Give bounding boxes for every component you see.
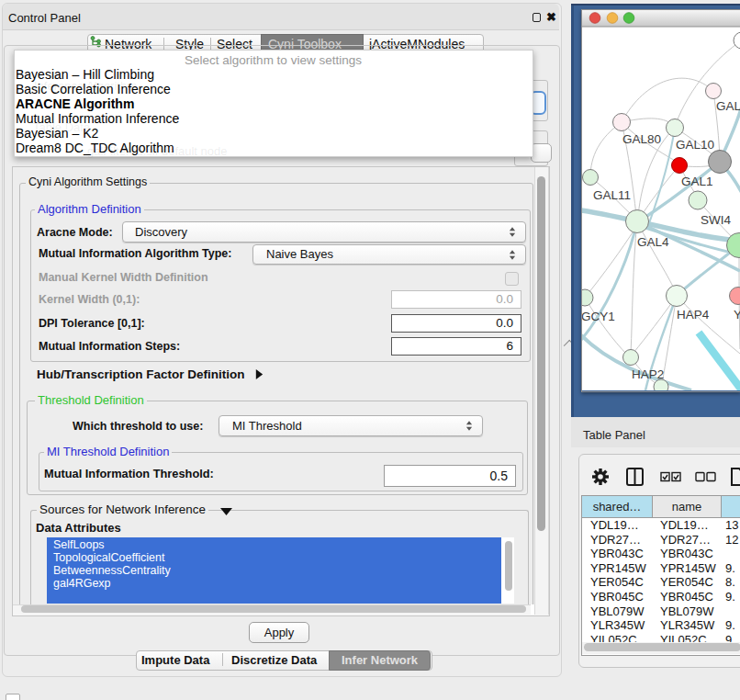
svg-text:Y: Y [734,308,740,322]
svg-text:GAL4: GAL4 [637,235,669,249]
svg-text:GAL: GAL [716,99,740,113]
svg-text:GAL11: GAL11 [593,188,631,202]
svg-text:GAL1: GAL1 [681,175,713,188]
svg-text:GAL80: GAL80 [622,132,661,146]
svg-text:SWI4: SWI4 [701,213,731,227]
svg-text:HAP2: HAP2 [632,367,664,381]
svg-text:GAL10: GAL10 [676,138,714,152]
svg-text:HAP4: HAP4 [677,308,710,322]
svg-text:GCY1: GCY1 [581,310,615,323]
